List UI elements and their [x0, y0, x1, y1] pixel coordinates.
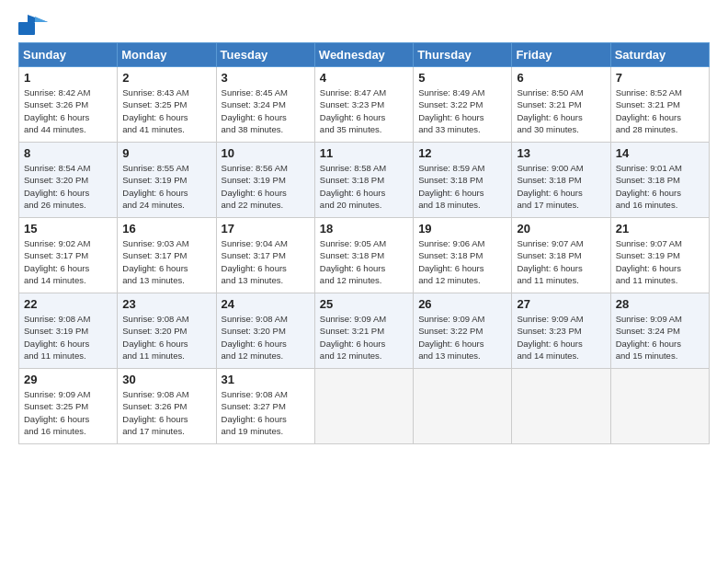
day-number: 1 — [24, 71, 112, 85]
day-number: 21 — [616, 222, 704, 236]
weekday-header-sunday: Sunday — [19, 43, 118, 67]
day-info: Sunrise: 9:08 AMSunset: 3:20 PMDaylight:… — [222, 313, 310, 362]
day-number: 3 — [222, 71, 310, 85]
weekday-header-tuesday: Tuesday — [216, 43, 314, 67]
day-info: Sunrise: 8:43 AMSunset: 3:25 PMDaylight:… — [122, 86, 210, 135]
calendar-cell: 23Sunrise: 9:08 AMSunset: 3:20 PMDayligh… — [118, 293, 216, 369]
calendar-cell: 26Sunrise: 9:09 AMSunset: 3:22 PMDayligh… — [414, 293, 512, 369]
weekday-header-saturday: Saturday — [610, 43, 709, 67]
logo-icon — [18, 15, 48, 35]
page: SundayMondayTuesdayWednesdayThursdayFrid… — [0, 0, 728, 454]
day-info: Sunrise: 8:45 AMSunset: 3:24 PMDaylight:… — [222, 86, 310, 135]
day-info: Sunrise: 9:05 AMSunset: 3:18 PMDaylight:… — [320, 237, 408, 286]
calendar-cell: 5Sunrise: 8:49 AMSunset: 3:22 PMDaylight… — [414, 67, 512, 143]
day-number: 19 — [418, 222, 506, 236]
day-info: Sunrise: 9:03 AMSunset: 3:17 PMDaylight:… — [122, 237, 210, 286]
weekday-header-wednesday: Wednesday — [314, 43, 413, 67]
weekday-header-thursday: Thursday — [414, 43, 512, 67]
weekday-header-monday: Monday — [118, 43, 216, 67]
day-info: Sunrise: 8:56 AMSunset: 3:19 PMDaylight:… — [222, 162, 310, 211]
calendar-cell: 25Sunrise: 9:09 AMSunset: 3:21 PMDayligh… — [314, 293, 413, 369]
calendar-cell: 19Sunrise: 9:06 AMSunset: 3:18 PMDayligh… — [414, 218, 512, 293]
calendar-cell: 15Sunrise: 9:02 AMSunset: 3:17 PMDayligh… — [19, 218, 118, 293]
calendar-cell: 8Sunrise: 8:54 AMSunset: 3:20 PMDaylight… — [19, 143, 118, 218]
day-info: Sunrise: 9:09 AMSunset: 3:23 PMDaylight:… — [517, 313, 605, 362]
weekday-header-row: SundayMondayTuesdayWednesdayThursdayFrid… — [19, 43, 710, 67]
day-info: Sunrise: 8:47 AMSunset: 3:23 PMDaylight:… — [320, 86, 408, 135]
day-number: 24 — [222, 297, 310, 311]
day-info: Sunrise: 8:42 AMSunset: 3:26 PMDaylight:… — [24, 86, 112, 135]
day-number: 2 — [122, 71, 210, 85]
calendar-cell — [414, 369, 512, 444]
header — [18, 15, 710, 35]
calendar-cell — [314, 369, 413, 444]
day-info: Sunrise: 9:00 AMSunset: 3:18 PMDaylight:… — [517, 162, 605, 211]
day-number: 18 — [320, 222, 408, 236]
day-info: Sunrise: 8:54 AMSunset: 3:20 PMDaylight:… — [24, 162, 112, 211]
day-info: Sunrise: 9:09 AMSunset: 3:22 PMDaylight:… — [418, 313, 506, 362]
day-info: Sunrise: 8:55 AMSunset: 3:19 PMDaylight:… — [122, 162, 210, 211]
day-number: 15 — [24, 222, 112, 236]
day-info: Sunrise: 9:09 AMSunset: 3:21 PMDaylight:… — [320, 313, 408, 362]
day-number: 20 — [517, 222, 605, 236]
day-number: 31 — [222, 373, 310, 386]
day-number: 11 — [320, 146, 408, 160]
day-info: Sunrise: 9:02 AMSunset: 3:17 PMDaylight:… — [24, 237, 112, 286]
day-number: 12 — [418, 146, 506, 160]
calendar-cell: 24Sunrise: 9:08 AMSunset: 3:20 PMDayligh… — [216, 293, 314, 369]
day-info: Sunrise: 8:59 AMSunset: 3:18 PMDaylight:… — [418, 162, 506, 211]
calendar-cell: 21Sunrise: 9:07 AMSunset: 3:19 PMDayligh… — [610, 218, 709, 293]
calendar-cell — [512, 369, 610, 444]
day-number: 9 — [122, 146, 210, 160]
svg-marker-2 — [35, 17, 48, 22]
calendar-cell: 13Sunrise: 9:00 AMSunset: 3:18 PMDayligh… — [512, 143, 610, 218]
day-number: 26 — [418, 297, 506, 311]
day-info: Sunrise: 8:58 AMSunset: 3:18 PMDaylight:… — [320, 162, 408, 211]
day-info: Sunrise: 8:52 AMSunset: 3:21 PMDaylight:… — [616, 86, 704, 135]
calendar-cell: 17Sunrise: 9:04 AMSunset: 3:17 PMDayligh… — [216, 218, 314, 293]
day-number: 17 — [222, 222, 310, 236]
calendar-cell: 14Sunrise: 9:01 AMSunset: 3:18 PMDayligh… — [610, 143, 709, 218]
day-number: 30 — [122, 373, 210, 386]
calendar-week-row: 8Sunrise: 8:54 AMSunset: 3:20 PMDaylight… — [19, 143, 710, 218]
calendar-cell: 27Sunrise: 9:09 AMSunset: 3:23 PMDayligh… — [512, 293, 610, 369]
day-info: Sunrise: 9:07 AMSunset: 3:19 PMDaylight:… — [616, 237, 704, 286]
day-number: 6 — [517, 71, 605, 85]
calendar-week-row: 1Sunrise: 8:42 AMSunset: 3:26 PMDaylight… — [19, 67, 710, 143]
calendar-cell: 4Sunrise: 8:47 AMSunset: 3:23 PMDaylight… — [314, 67, 413, 143]
day-number: 13 — [517, 146, 605, 160]
day-info: Sunrise: 9:09 AMSunset: 3:24 PMDaylight:… — [616, 313, 704, 362]
day-number: 22 — [24, 297, 112, 311]
calendar-week-row: 15Sunrise: 9:02 AMSunset: 3:17 PMDayligh… — [19, 218, 710, 293]
calendar-cell: 18Sunrise: 9:05 AMSunset: 3:18 PMDayligh… — [314, 218, 413, 293]
day-number: 28 — [616, 297, 704, 311]
day-info: Sunrise: 9:08 AMSunset: 3:19 PMDaylight:… — [24, 313, 112, 362]
day-number: 16 — [122, 222, 210, 236]
calendar-cell: 22Sunrise: 9:08 AMSunset: 3:19 PMDayligh… — [19, 293, 118, 369]
calendar-cell: 11Sunrise: 8:58 AMSunset: 3:18 PMDayligh… — [314, 143, 413, 218]
calendar-cell: 30Sunrise: 9:08 AMSunset: 3:26 PMDayligh… — [118, 369, 216, 444]
day-info: Sunrise: 9:04 AMSunset: 3:17 PMDaylight:… — [222, 237, 310, 286]
day-info: Sunrise: 9:09 AMSunset: 3:25 PMDaylight:… — [24, 388, 112, 437]
calendar-week-row: 29Sunrise: 9:09 AMSunset: 3:25 PMDayligh… — [19, 369, 710, 444]
day-number: 27 — [517, 297, 605, 311]
day-number: 23 — [122, 297, 210, 311]
day-info: Sunrise: 9:08 AMSunset: 3:26 PMDaylight:… — [122, 388, 210, 437]
calendar: SundayMondayTuesdayWednesdayThursdayFrid… — [18, 42, 710, 444]
day-number: 29 — [24, 373, 112, 386]
weekday-header-friday: Friday — [512, 43, 610, 67]
day-info: Sunrise: 9:07 AMSunset: 3:18 PMDaylight:… — [517, 237, 605, 286]
day-number: 14 — [616, 146, 704, 160]
calendar-cell: 20Sunrise: 9:07 AMSunset: 3:18 PMDayligh… — [512, 218, 610, 293]
calendar-week-row: 22Sunrise: 9:08 AMSunset: 3:19 PMDayligh… — [19, 293, 710, 369]
calendar-cell: 31Sunrise: 9:08 AMSunset: 3:27 PMDayligh… — [216, 369, 314, 444]
day-number: 5 — [418, 71, 506, 85]
day-info: Sunrise: 9:08 AMSunset: 3:20 PMDaylight:… — [122, 313, 210, 362]
day-info: Sunrise: 9:01 AMSunset: 3:18 PMDaylight:… — [616, 162, 704, 211]
day-number: 25 — [320, 297, 408, 311]
calendar-cell: 1Sunrise: 8:42 AMSunset: 3:26 PMDaylight… — [19, 67, 118, 143]
calendar-cell: 2Sunrise: 8:43 AMSunset: 3:25 PMDaylight… — [118, 67, 216, 143]
calendar-cell: 10Sunrise: 8:56 AMSunset: 3:19 PMDayligh… — [216, 143, 314, 218]
day-number: 10 — [222, 146, 310, 160]
calendar-cell — [610, 369, 709, 444]
